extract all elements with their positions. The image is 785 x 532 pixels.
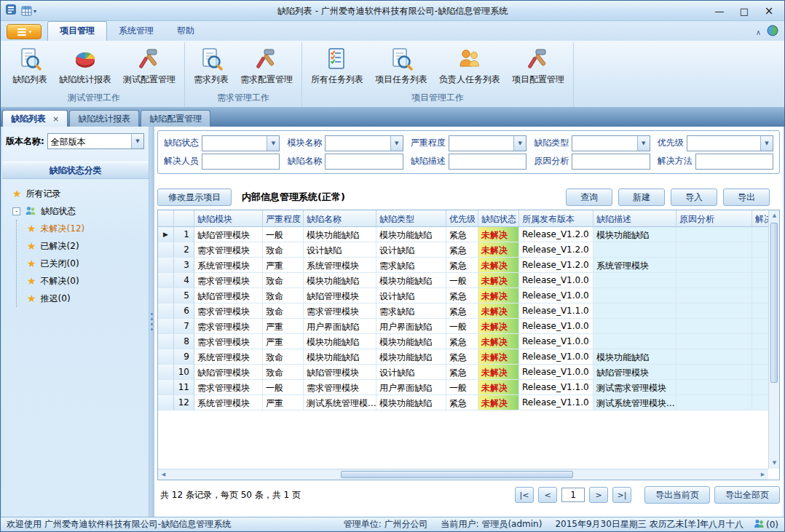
grid-cell[interactable] bbox=[593, 303, 676, 319]
grid-cell[interactable]: 未解决 bbox=[478, 288, 519, 303]
grid-cell[interactable]: 设计缺陷 bbox=[376, 365, 446, 380]
page-number-input[interactable] bbox=[561, 488, 585, 502]
grid-cell[interactable] bbox=[593, 319, 676, 334]
grid-cell[interactable]: 模块功能缺陷 bbox=[376, 273, 446, 288]
grid-column-header[interactable]: 所属发布版本 bbox=[519, 210, 593, 227]
filter-text-input[interactable] bbox=[572, 154, 650, 170]
row-selector-cell[interactable]: ▶ bbox=[158, 227, 174, 242]
grid-cell[interactable] bbox=[593, 288, 676, 303]
document-tab[interactable]: 缺陷统计报表 bbox=[69, 110, 139, 127]
chevron-down-icon[interactable]: ▼ bbox=[760, 136, 773, 151]
ribbon-button[interactable]: 项目配置管理 bbox=[507, 44, 569, 87]
grid-cell[interactable]: 需求缺陷 bbox=[376, 303, 446, 319]
grid-cell[interactable]: 用户界面缺陷 bbox=[376, 380, 446, 395]
grid-cell[interactable]: 一般 bbox=[446, 273, 478, 288]
grid-cell[interactable]: Release_V1.2.0 bbox=[519, 242, 593, 258]
grid-cell[interactable] bbox=[676, 334, 752, 349]
vertical-scroll-thumb[interactable] bbox=[770, 223, 778, 383]
grid-cell[interactable]: 未解决 bbox=[478, 227, 519, 242]
grid-cell[interactable] bbox=[676, 319, 752, 334]
grid-column-header[interactable]: 缺陷状态 bbox=[478, 210, 519, 227]
grid-cell[interactable]: 需求缺陷 bbox=[376, 258, 446, 273]
table-row[interactable]: 4需求管理模块致命模块功能缺陷模块功能缺陷一般未解决Release_V1.0.0 bbox=[158, 273, 768, 288]
grid-cell[interactable]: 致命 bbox=[263, 365, 304, 380]
ribbon-button[interactable]: 负责人任务列表 bbox=[434, 44, 505, 87]
tab-close-icon[interactable]: × bbox=[52, 114, 59, 124]
grid-cell[interactable]: 未解决 bbox=[478, 242, 519, 258]
grid-cell[interactable]: 紧急 bbox=[446, 288, 478, 303]
prev-page-button[interactable]: < bbox=[538, 487, 557, 503]
grid-cell[interactable]: 严重 bbox=[263, 258, 304, 273]
vertical-scrollbar[interactable]: ▲ ▼ bbox=[768, 210, 779, 469]
grid-cell[interactable]: 紧急 bbox=[446, 242, 478, 258]
row-selector-cell[interactable] bbox=[158, 349, 174, 365]
chevron-down-icon[interactable]: ▼ bbox=[390, 136, 403, 151]
table-row[interactable]: ▶1缺陷管理模块一般模块功能缺陷模块功能缺陷紧急未解决Release_V1.2.… bbox=[158, 227, 768, 242]
grid-cell[interactable]: 设计缺陷 bbox=[376, 288, 446, 303]
grid-cell[interactable]: 致命 bbox=[263, 273, 304, 288]
grid-cell[interactable]: 紧急 bbox=[446, 303, 478, 319]
table-row[interactable]: 5缺陷管理模块致命缺陷管理模块设计缺陷紧急未解决Release_V1.0.0 bbox=[158, 288, 768, 303]
grid-cell[interactable]: 模块功能缺陷 bbox=[376, 227, 446, 242]
grid-cell[interactable]: 用户界面缺陷 bbox=[376, 319, 446, 334]
action-button[interactable]: 新建 bbox=[618, 188, 665, 206]
row-selector-cell[interactable] bbox=[158, 242, 174, 258]
grid-cell[interactable]: 一般 bbox=[263, 227, 304, 242]
grid-cell[interactable]: 模块功能缺陷 bbox=[593, 227, 676, 242]
next-page-button[interactable]: > bbox=[589, 487, 608, 503]
grid-cell[interactable] bbox=[676, 349, 752, 365]
grid-cell[interactable] bbox=[676, 365, 752, 380]
filter-text-input[interactable] bbox=[695, 154, 773, 170]
grid-cell[interactable]: 需求管理模块 bbox=[194, 319, 263, 334]
row-selector-cell[interactable] bbox=[158, 288, 174, 303]
grid-cell[interactable] bbox=[752, 365, 768, 380]
tree-item[interactable]: ★所有记录 bbox=[12, 185, 146, 202]
ribbon-button[interactable]: 缺陷列表 bbox=[7, 44, 52, 87]
grid-cell[interactable]: 测试系统管理模块... bbox=[593, 395, 676, 410]
document-tab[interactable]: 缺陷列表× bbox=[2, 110, 68, 127]
grid-cell[interactable] bbox=[752, 395, 768, 410]
grid-cell[interactable]: Release_V1.0.0 bbox=[519, 288, 593, 303]
grid-cell[interactable] bbox=[676, 273, 752, 288]
grid-cell[interactable] bbox=[752, 242, 768, 258]
minimize-button[interactable]: — bbox=[707, 3, 732, 19]
grid-cell[interactable]: 致命 bbox=[263, 303, 304, 319]
filter-dropdown[interactable]: ▼ bbox=[202, 135, 280, 151]
grid-cell[interactable]: 系统管理模块 bbox=[593, 258, 676, 273]
sidebar-splitter[interactable] bbox=[149, 127, 154, 517]
tree-item[interactable]: -缺陷状态 bbox=[12, 202, 146, 220]
grid-cell[interactable]: 系统管理模块 bbox=[304, 258, 376, 273]
grid-cell[interactable]: 缺陷管理模块 bbox=[194, 227, 263, 242]
grid-cell[interactable] bbox=[752, 334, 768, 349]
help-icon[interactable] bbox=[767, 25, 778, 39]
grid-cell[interactable]: Release_V1.2.0 bbox=[519, 227, 593, 242]
grid-cell[interactable]: Release_V1.0.0 bbox=[519, 349, 593, 365]
grid-cell[interactable] bbox=[752, 227, 768, 242]
grid-cell[interactable]: 系统管理模块 bbox=[194, 258, 263, 273]
grid-cell[interactable]: 需求管理模块 bbox=[194, 334, 263, 349]
grid-cell[interactable]: 缺陷管理模块 bbox=[593, 365, 676, 380]
filter-dropdown[interactable]: ▼ bbox=[449, 135, 526, 151]
grid-cell[interactable]: 需求管理模块 bbox=[304, 303, 376, 319]
grid-cell[interactable] bbox=[676, 227, 752, 242]
grid-cell[interactable] bbox=[676, 242, 752, 258]
grid-cell[interactable]: 测试系统管理模... bbox=[304, 395, 376, 410]
grid-cell[interactable] bbox=[752, 303, 768, 319]
action-button[interactable]: 查询 bbox=[566, 188, 612, 206]
grid-cell[interactable] bbox=[593, 242, 676, 258]
grid-column-header[interactable]: 解决方法 bbox=[752, 210, 768, 227]
filter-text-input[interactable] bbox=[449, 154, 526, 170]
table-row[interactable]: 3系统管理模块严重系统管理模块需求缺陷紧急未解决Release_V1.2.0系统… bbox=[158, 258, 768, 273]
grid-cell[interactable]: 未解决 bbox=[478, 303, 519, 319]
grid-cell[interactable]: 紧急 bbox=[446, 349, 478, 365]
table-row[interactable]: 6需求管理模块致命需求管理模块需求缺陷紧急未解决Release_V1.1.0 bbox=[158, 303, 768, 319]
grid-cell[interactable]: 模块功能缺陷 bbox=[304, 227, 376, 242]
horizontal-scroll-thumb[interactable] bbox=[341, 471, 572, 478]
grid-cell[interactable]: 模块功能缺陷 bbox=[304, 334, 376, 349]
table-row[interactable]: 10缺陷管理模块致命缺陷管理模块设计缺陷紧急未解决Release_V1.0.0缺… bbox=[158, 365, 768, 380]
ribbon-button[interactable]: 测试配置管理 bbox=[118, 44, 181, 87]
grid-cell[interactable]: 用户界面缺陷 bbox=[304, 319, 376, 334]
row-selector-cell[interactable] bbox=[158, 319, 174, 334]
table-row[interactable]: 11需求管理模块一般需求管理模块用户界面缺陷一般未解决Release_V1.1.… bbox=[158, 380, 768, 395]
tree-item[interactable]: ★不解决(0) bbox=[27, 272, 146, 290]
